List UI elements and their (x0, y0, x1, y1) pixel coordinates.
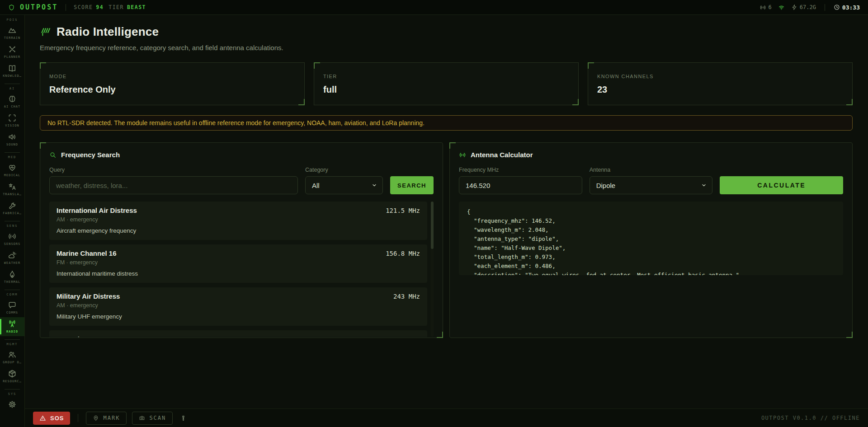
sidebar-item-ai-chat[interactable]: AI CHAT (0, 92, 24, 111)
shield-icon (8, 4, 15, 11)
group-icon (8, 350, 17, 359)
scan-button[interactable]: SCAN (132, 412, 173, 425)
sidebar-item-resources[interactable]: RESOURC… (0, 367, 24, 386)
sun-cloud-icon (8, 251, 17, 260)
sidebar-section-ai: AI (0, 84, 24, 90)
query-input[interactable] (49, 176, 298, 194)
wrench-icon (8, 201, 17, 210)
search-button[interactable]: SEARCH (390, 176, 434, 194)
gear-icon (8, 400, 17, 409)
antenna-select[interactable]: Dipole (590, 176, 713, 194)
brain-icon (8, 94, 17, 103)
flashlight-icon (180, 415, 187, 422)
panel-title: Frequency Search (61, 151, 120, 159)
sidebar-item-terrain[interactable]: TERRAIN (0, 23, 24, 42)
mountain-icon (8, 26, 17, 35)
stat-card-tier: TIER full (314, 62, 579, 105)
sidebar-item-group-ops[interactable]: GROUP O… (0, 348, 24, 367)
calculator-output: { "frequency_mhz": 146.52, "wavelength_m… (459, 202, 843, 275)
sidebar-section-sens: SENS (0, 221, 24, 228)
book-icon (8, 64, 17, 73)
bolt-icon (791, 4, 797, 10)
main-content: Radio Intelligence Emergency frequency r… (25, 15, 868, 408)
scrollbar-thumb[interactable] (431, 202, 434, 249)
broadcast-icon (8, 232, 17, 241)
divider (66, 4, 66, 11)
result-row[interactable]: International Air Distress 121.5 MHz AM … (49, 202, 427, 240)
sidebar-section-mgmt: MGMT (0, 339, 24, 346)
clock-icon (834, 4, 840, 10)
warning-triangle-icon (39, 415, 46, 422)
signal-status: 6 (760, 4, 772, 11)
drafting-tools-icon (8, 45, 17, 54)
calculate-button[interactable]: CALCULATE (720, 176, 843, 194)
panel-title: Antenna Calculator (471, 151, 533, 159)
antenna-calculator-panel: Antenna Calculator Frequency MHz Antenna… (449, 142, 853, 338)
result-row[interactable]: EPIRB/PLB Beacon 406.025 MHz Digital · e… (49, 330, 427, 337)
scrollbar-track (431, 202, 434, 337)
frequency-label: Frequency MHz (459, 167, 582, 173)
search-icon (49, 151, 57, 159)
broadcast-icon (459, 151, 466, 159)
category-label: Category (305, 167, 383, 173)
frequency-input[interactable] (459, 176, 582, 194)
chat-bubble-icon (8, 300, 17, 310)
score-stat: SCORE94 (74, 4, 104, 10)
brand-logo: OUTPOST (20, 3, 58, 11)
search-results-list: International Air Distress 121.5 MHz AM … (49, 202, 434, 337)
sidebar-section-med: MED (0, 152, 24, 159)
flame-icon (8, 270, 17, 279)
sidebar: POIS TERRAIN PLANNER KNOWLED… AI AI CHAT… (0, 15, 25, 427)
sidebar-item-planner[interactable]: PLANNER (0, 42, 24, 61)
sidebar-section-pois: POIS (0, 18, 24, 22)
page-title: Radio Intelligence (57, 25, 159, 39)
speaker-icon (8, 132, 17, 141)
sidebar-item-comms[interactable]: COMMS (0, 298, 24, 317)
chevron-down-icon (701, 183, 707, 188)
divider (78, 414, 78, 422)
result-row[interactable]: Military Air Distress 243 MHz AM · emerg… (49, 287, 427, 326)
scan-frame-icon (8, 113, 17, 122)
antenna-hash-icon (40, 27, 51, 38)
mark-button[interactable]: MARK (86, 412, 127, 425)
frequency-search-panel: Frequency Search Query Category All (40, 142, 443, 338)
stat-card-mode: MODE Reference Only (40, 62, 305, 105)
package-icon (8, 369, 17, 378)
radio-tower-icon (8, 319, 17, 328)
divider (825, 4, 825, 11)
stat-card-known-channels: KNOWN CHANNELS 23 (588, 62, 853, 105)
translate-icon (8, 182, 17, 191)
sidebar-item-sound[interactable]: SOUND (0, 130, 24, 149)
broadcast-icon (760, 4, 766, 11)
query-label: Query (49, 167, 298, 173)
sidebar-item-weather[interactable]: WEATHER (0, 249, 24, 267)
tier-stat: TIERBEAST (108, 4, 146, 10)
page-subtitle: Emergency frequency reference, category … (40, 44, 853, 52)
result-row[interactable]: Marine Channel 16 156.8 MHz FM · emergen… (49, 244, 427, 283)
bottombar: SOS MARK SCAN OUTPOST V0.1.0 // OFF (25, 408, 868, 427)
category-select[interactable]: All (305, 176, 383, 194)
storage-status: 67.2G (791, 4, 816, 10)
topbar: OUTPOST SCORE94 TIERBEAST 6 67.2G (0, 0, 868, 15)
sidebar-item-radio[interactable]: RADIO (0, 317, 24, 336)
sos-button[interactable]: SOS (33, 412, 70, 425)
sidebar-item-sensors[interactable]: SENSORS (0, 230, 24, 249)
heart-pulse-icon (8, 163, 17, 172)
sidebar-section-sys: SYS (0, 389, 24, 396)
clock-status: 03:33 (834, 4, 860, 11)
sidebar-item-knowledge[interactable]: KNOWLED… (0, 61, 24, 80)
antenna-label: Antenna (590, 167, 713, 173)
sidebar-item-vision[interactable]: VISION (0, 111, 24, 130)
version-text: OUTPOST V0.1.0 // OFFLINE (761, 415, 860, 421)
sidebar-item-medical[interactable]: MEDICAL (0, 161, 24, 180)
sidebar-section-comm: COMM (0, 290, 24, 296)
sidebar-item-thermal[interactable]: THERMAL (0, 267, 24, 286)
flashlight-button[interactable] (178, 415, 189, 422)
warning-banner: No RTL-SDR detected. The module remains … (40, 115, 853, 131)
sidebar-item-settings[interactable] (0, 398, 24, 413)
wifi-icon (778, 4, 785, 11)
sidebar-item-translate[interactable]: TRANSLA… (0, 180, 24, 199)
map-pin-icon (93, 415, 99, 421)
camera-icon (139, 415, 145, 421)
sidebar-item-fabrication[interactable]: FABRICA… (0, 199, 24, 218)
